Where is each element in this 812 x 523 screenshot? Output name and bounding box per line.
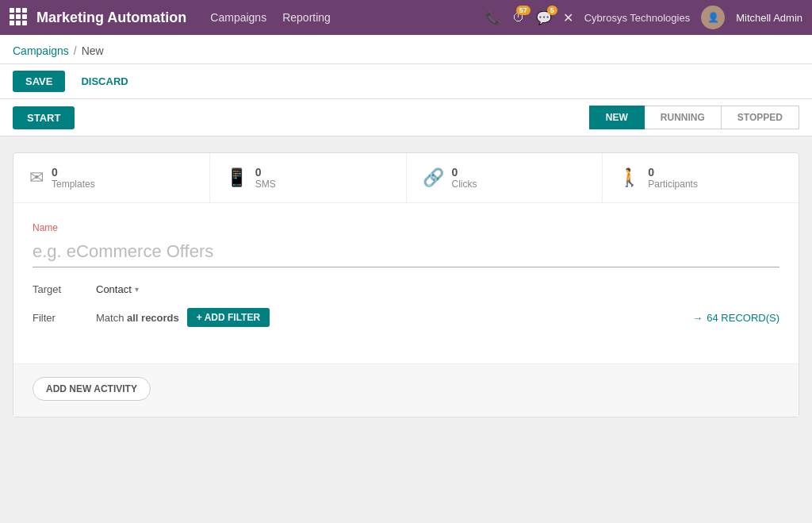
app-brand: Marketing Automation	[36, 10, 186, 26]
breadcrumb-campaigns-link[interactable]: Campaigns	[13, 44, 69, 57]
avatar[interactable]: 👤	[701, 6, 725, 29]
action-bar: SAVE DISCARD	[0, 64, 812, 99]
name-input[interactable]	[33, 238, 779, 267]
discard-button[interactable]: DISCARD	[73, 71, 136, 92]
name-field-group: Name	[33, 222, 779, 267]
clock-badge: 57	[516, 6, 530, 15]
form-body: Name Target Contact ▾ Filter Match all r…	[13, 203, 799, 363]
target-value: Contact	[96, 283, 132, 295]
top-navigation: Marketing Automation Campaigns Reporting…	[0, 0, 812, 35]
form-card: ✉ 0 Templates 📱 0 SMS 🔗 0 Clicks	[13, 152, 799, 417]
filter-records-link[interactable]: → 64 RECORD(S)	[692, 312, 779, 324]
records-count: 64 RECORD(S)	[707, 312, 779, 324]
status-bar: START NEW RUNNING STOPPED	[0, 99, 812, 137]
nav-campaigns[interactable]: Campaigns	[210, 11, 266, 24]
target-label: Target	[33, 283, 96, 295]
stat-participants[interactable]: 🚶 0 Participants	[603, 153, 799, 202]
breadcrumb-separator: /	[74, 44, 77, 57]
chat-icon[interactable]: 💬 5	[536, 10, 552, 25]
add-filter-button[interactable]: + ADD FILTER	[187, 308, 270, 327]
dropdown-arrow-icon: ▾	[135, 285, 139, 294]
clicks-count: 0	[452, 166, 477, 179]
clicks-icon: 🔗	[423, 167, 444, 188]
stat-sms[interactable]: 📱 0 SMS	[210, 153, 407, 202]
close-icon[interactable]: ✕	[563, 10, 573, 25]
status-new[interactable]: NEW	[589, 106, 645, 129]
nav-actions: 📞 ⏱ 57 💬 5 ✕ Cybrosys Technologies 👤 Mit…	[485, 6, 802, 29]
phone-icon[interactable]: 📞	[485, 10, 501, 25]
stat-clicks[interactable]: 🔗 0 Clicks	[407, 153, 603, 202]
clicks-label: Clicks	[452, 179, 477, 190]
target-select[interactable]: Contact ▾	[96, 283, 139, 295]
main-content: ✉ 0 Templates 📱 0 SMS 🔗 0 Clicks	[0, 137, 812, 433]
sms-count: 0	[255, 166, 276, 179]
grid-menu-icon[interactable]	[10, 8, 29, 27]
filter-all-records: all records	[127, 312, 179, 324]
breadcrumb: Campaigns / New	[0, 35, 812, 64]
filter-content: Match all records + ADD FILTER → 64 RECO…	[96, 308, 779, 327]
add-activity-button[interactable]: ADD NEW ACTIVITY	[33, 377, 151, 401]
target-field-row: Target Contact ▾	[33, 283, 779, 295]
nav-reporting[interactable]: Reporting	[282, 11, 331, 24]
username: Mitchell Admin	[736, 12, 802, 24]
stats-row: ✉ 0 Templates 📱 0 SMS 🔗 0 Clicks	[13, 153, 799, 203]
chat-badge: 5	[547, 6, 557, 15]
stat-templates[interactable]: ✉ 0 Templates	[13, 153, 210, 202]
templates-label: Templates	[52, 179, 95, 190]
participants-count: 0	[648, 166, 698, 179]
start-button[interactable]: START	[13, 106, 75, 129]
save-button[interactable]: SAVE	[13, 71, 65, 92]
templates-count: 0	[52, 166, 95, 179]
status-states: NEW RUNNING STOPPED	[589, 106, 799, 129]
clock-icon[interactable]: ⏱ 57	[512, 10, 525, 25]
participants-icon: 🚶	[619, 167, 640, 188]
company-name: Cybrosys Technologies	[584, 12, 690, 24]
sms-icon: 📱	[226, 167, 247, 188]
participants-label: Participants	[648, 179, 698, 190]
status-stopped[interactable]: STOPPED	[722, 106, 799, 129]
sms-label: SMS	[255, 179, 276, 190]
filter-field-row: Filter Match all records + ADD FILTER → …	[33, 308, 779, 327]
add-activity-section: ADD NEW ACTIVITY	[13, 363, 799, 417]
records-arrow: →	[692, 312, 703, 324]
filter-match-text: Match all records	[96, 312, 179, 324]
nav-links: Campaigns Reporting	[210, 11, 331, 24]
envelope-icon: ✉	[29, 167, 44, 188]
filter-label: Filter	[33, 312, 96, 324]
name-label: Name	[33, 222, 779, 233]
status-running[interactable]: RUNNING	[645, 106, 722, 129]
breadcrumb-current: New	[82, 44, 104, 57]
